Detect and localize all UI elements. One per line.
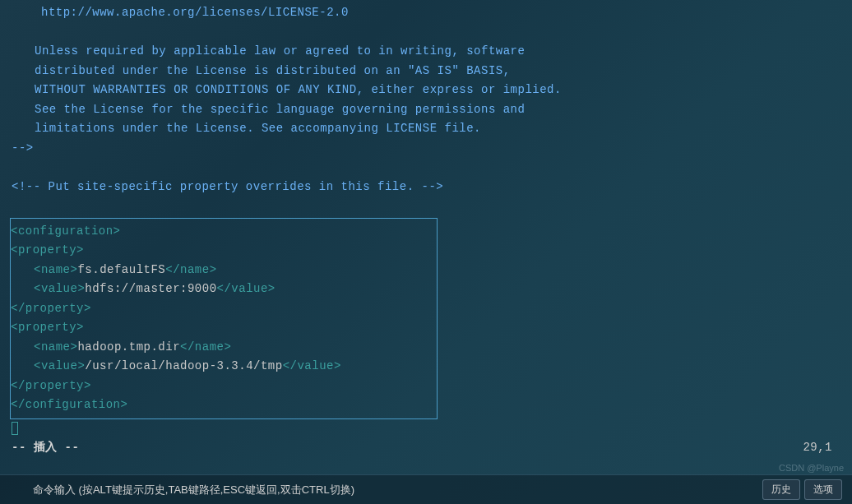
command-prompt[interactable]: 命令输入 (按ALT键提示历史,TAB键路径,ESC键返回,双击CTRL切换) [33, 483, 354, 497]
button-group: 历史 选项 [762, 479, 842, 500]
xml-tag: </property> [11, 302, 91, 315]
xml-tag: </configuration> [11, 398, 127, 411]
prop-value: hdfs://master:9000 [85, 282, 216, 295]
prop-name: hadoop.tmp.dir [77, 340, 180, 354]
xml-tag: </name> [180, 340, 231, 354]
comment-close: --> [12, 139, 840, 159]
xml-tag: <value> [34, 282, 85, 295]
license-text: Unless required by applicable law or agr… [12, 42, 840, 62]
xml-tag: <property> [11, 243, 84, 257]
options-button[interactable]: 选项 [804, 479, 842, 500]
config-highlighted-block: <configuration> <property> <name>fs.defa… [10, 218, 438, 419]
xml-tag: </value> [217, 282, 276, 295]
license-url: http://www.apache.org/licenses/LICENSE-2… [12, 3, 840, 23]
xml-tag: </property> [11, 379, 91, 392]
xml-tag: <name> [34, 263, 77, 276]
prop-value: /usr/local/hadoop-3.3.4/tmp [85, 359, 282, 372]
prop-name: fs.defaultFS [77, 263, 165, 276]
cursor [12, 422, 18, 435]
command-bar: 命令输入 (按ALT键提示历史,TAB键路径,ESC键返回,双击CTRL切换) … [0, 474, 852, 504]
license-text: WITHOUT WARRANTIES OR CONDITIONS OF ANY … [12, 81, 840, 100]
vim-status-line: -- 插入 -- 29,1 [12, 438, 840, 458]
xml-tag: </value> [283, 359, 341, 372]
code-editor[interactable]: http://www.apache.org/licenses/LICENSE-2… [0, 0, 852, 461]
cursor-position: 29,1 [803, 438, 832, 458]
xml-tag: <value> [34, 359, 85, 372]
xml-tag: <property> [11, 321, 84, 334]
site-comment: <!-- Put site-specific property override… [12, 178, 840, 197]
history-button[interactable]: 历史 [762, 479, 800, 500]
xml-tag: <name> [34, 340, 77, 354]
license-text: distributed under the License is distrib… [12, 62, 840, 81]
watermark: CSDN @Playne [779, 463, 844, 473]
license-text: limitations under the License. See accom… [12, 119, 840, 139]
xml-tag: </name> [165, 263, 216, 276]
license-text: See the License for the specific languag… [12, 100, 840, 120]
vim-mode: 插入 [34, 441, 58, 454]
xml-tag: <configuration> [11, 224, 121, 238]
